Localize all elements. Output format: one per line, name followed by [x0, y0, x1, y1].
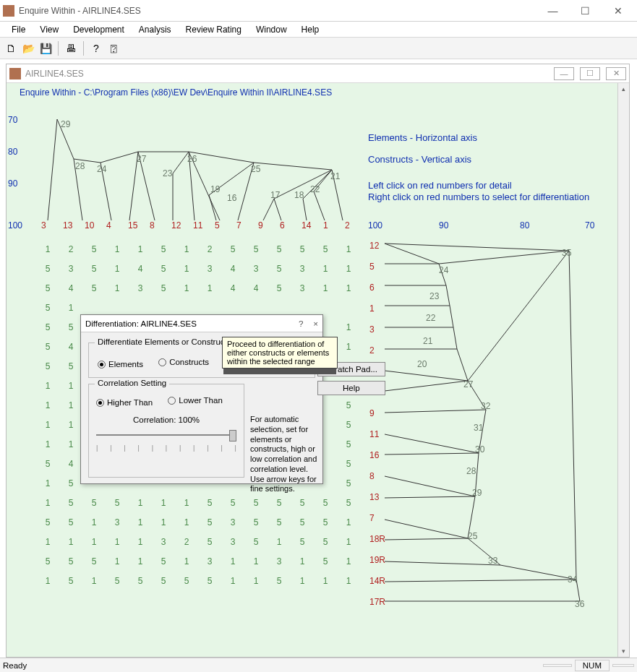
- element-leaf[interactable]: 5: [215, 220, 220, 231]
- rating-cell: 5: [83, 494, 105, 512]
- menu-file[interactable]: File: [4, 23, 33, 36]
- mdi-close-button[interactable]: ✕: [606, 67, 626, 80]
- about-icon[interactable]: ?: [88, 40, 104, 56]
- rating-cell: 1: [315, 259, 336, 277]
- construct-node-label: 24: [439, 265, 448, 275]
- element-leaf[interactable]: 2: [345, 220, 350, 231]
- construct-leaf[interactable]: 2: [369, 345, 375, 356]
- correlation-slider[interactable]: [96, 430, 236, 447]
- save-icon[interactable]: 💾: [38, 40, 54, 56]
- construct-leaf[interactable]: 5: [369, 262, 375, 272]
- rating-cell: 5: [153, 240, 174, 258]
- element-leaf[interactable]: 13: [63, 220, 72, 231]
- node-label: 28: [75, 161, 85, 171]
- construct-leaf[interactable]: 8: [369, 471, 375, 481]
- rating-cell: 5: [268, 259, 290, 277]
- construct-leaf[interactable]: 9: [369, 408, 375, 418]
- dialog-titlebar[interactable]: Differentiation: AIRLINE4.SES ? ×: [81, 315, 322, 332]
- element-leaf[interactable]: 7: [236, 220, 241, 231]
- rating-cell: 1: [222, 552, 244, 570]
- minimize-button[interactable]: —: [536, 1, 569, 21]
- rating-cell: 5: [37, 298, 59, 316]
- element-leaf[interactable]: 4: [106, 220, 111, 231]
- print-icon[interactable]: 🖶: [63, 40, 79, 56]
- rating-cell: 5: [37, 279, 59, 297]
- element-leaf[interactable]: 1: [323, 220, 328, 231]
- construct-leaf[interactable]: 17R: [369, 597, 385, 607]
- new-icon[interactable]: 🗋: [3, 40, 19, 56]
- menu-analysis[interactable]: Analysis: [132, 23, 179, 36]
- toolbar: 🗋 📂 💾 🖶 ? ⍰: [0, 38, 637, 59]
- node-label: 17: [270, 190, 280, 200]
- menu-help[interactable]: Help: [294, 23, 327, 36]
- radio-elements[interactable]: Elements: [98, 360, 143, 369]
- radio-higher-than[interactable]: Higher Than: [96, 398, 153, 407]
- construct-leaf[interactable]: 11: [369, 429, 379, 439]
- rating-cell: 5: [153, 572, 174, 590]
- rating-cell: 5: [338, 415, 359, 434]
- radio-dot-icon: [158, 358, 166, 366]
- radio-label: Higher Than: [107, 398, 153, 407]
- element-leaf[interactable]: 8: [150, 220, 155, 231]
- maximize-button[interactable]: ☐: [569, 1, 602, 21]
- rating-cell: 5: [245, 513, 267, 531]
- construct-leaf[interactable]: 13: [369, 492, 379, 502]
- construct-leaf[interactable]: 3: [369, 324, 375, 335]
- construct-leaf[interactable]: 12: [369, 241, 379, 251]
- construct-node-label: 29: [472, 488, 482, 498]
- rating-cell: 5: [83, 552, 105, 570]
- rating-cell: 5: [268, 513, 290, 531]
- rating-cell: 5: [315, 552, 336, 570]
- radio-constructs[interactable]: Constructs: [158, 358, 209, 366]
- scroll-down-icon[interactable]: ▾: [618, 645, 629, 657]
- vertical-scrollbar[interactable]: ▴ ▾: [617, 83, 629, 657]
- group-correlation: Correlation Setting Higher Than Lower Th…: [88, 384, 244, 478]
- construct-leaf[interactable]: 19R: [369, 555, 385, 565]
- rating-cell: 1: [83, 572, 105, 590]
- rating-cell: [338, 298, 359, 316]
- radio-dot-icon: [98, 361, 106, 369]
- help-button[interactable]: Help: [317, 381, 385, 395]
- mdi-minimize-button[interactable]: —: [554, 67, 574, 80]
- rating-cell: 1: [338, 513, 359, 531]
- element-leaf[interactable]: 12: [171, 220, 181, 231]
- rating-cell: 5: [60, 572, 82, 590]
- element-leaf[interactable]: 10: [85, 220, 94, 231]
- mdi-maximize-button[interactable]: ☐: [580, 67, 600, 80]
- rating-cell: 5: [338, 396, 359, 414]
- dialog-close-button[interactable]: ×: [313, 319, 318, 328]
- construct-node-label: 35: [562, 248, 571, 258]
- scroll-up-icon[interactable]: ▴: [618, 83, 629, 95]
- menubar: File View Development Analysis Review Ra…: [0, 22, 637, 38]
- menu-review-rating[interactable]: Review Rating: [179, 23, 249, 36]
- rating-cell: 3: [291, 259, 313, 277]
- y-label: 90: [8, 178, 17, 189]
- construct-leaf[interactable]: 1: [369, 303, 375, 314]
- element-leaf[interactable]: 11: [193, 220, 202, 231]
- radio-lower-than[interactable]: Lower Than: [168, 396, 223, 405]
- rating-cell: 5: [37, 513, 59, 531]
- element-leaf[interactable]: 6: [280, 220, 285, 231]
- construct-leaf[interactable]: 7: [369, 513, 375, 523]
- element-leaf[interactable]: 3: [41, 220, 46, 231]
- rating-cell: 1: [60, 533, 82, 551]
- element-leaf[interactable]: 14: [302, 220, 311, 231]
- radio-label: Constructs: [169, 358, 209, 366]
- construct-leaf[interactable]: 14R: [369, 576, 385, 586]
- whatsthis-icon[interactable]: ⍰: [106, 40, 121, 56]
- menu-development[interactable]: Development: [66, 23, 132, 36]
- element-leaf[interactable]: 9: [258, 220, 263, 231]
- element-leaf[interactable]: 15: [128, 220, 137, 231]
- construct-leaf[interactable]: 6: [369, 283, 375, 293]
- rating-cell: 1: [338, 533, 359, 551]
- table-row: 54513511445311: [37, 279, 359, 297]
- construct-leaf[interactable]: 16: [369, 450, 379, 460]
- menu-window[interactable]: Window: [249, 23, 294, 36]
- close-button[interactable]: ✕: [602, 1, 634, 21]
- dialog-help-button[interactable]: ?: [299, 319, 303, 328]
- radio-dot-icon: [96, 399, 104, 407]
- construct-leaf[interactable]: 18R: [369, 534, 385, 544]
- open-icon[interactable]: 📂: [20, 40, 36, 56]
- rating-cell: 1: [338, 259, 359, 277]
- menu-view[interactable]: View: [33, 23, 66, 36]
